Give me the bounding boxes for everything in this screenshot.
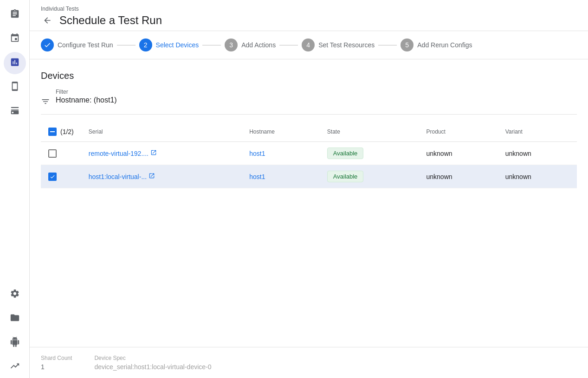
shard-count-value: 1 <box>41 363 72 371</box>
android-icon <box>10 337 20 349</box>
table-cell-variant-2: unknown <box>498 165 577 188</box>
serial-link-2[interactable]: host1:local-virtual-... <box>89 173 234 180</box>
step-5-label: Add Rerun Configs <box>417 41 472 49</box>
hostname-link-2[interactable]: host1 <box>249 173 312 180</box>
step-2-circle: 2 <box>139 38 152 51</box>
table-header-serial: Serial <box>81 122 242 142</box>
sidebar-item-clipboard[interactable] <box>4 4 26 26</box>
sidebar-item-calendar[interactable] <box>4 28 26 50</box>
sidebar-item-android[interactable] <box>4 332 26 354</box>
serial-text-1: remote-virtual-192.... <box>89 150 149 157</box>
settings-icon <box>10 288 20 301</box>
sidebar-item-server[interactable] <box>4 100 26 122</box>
selection-count: (1/2) <box>60 128 74 135</box>
step-connector-2-3 <box>202 45 221 45</box>
device-spec-label: Device Spec <box>94 355 211 361</box>
table-cell-hostname-1: host1 <box>242 142 320 165</box>
step-4-label: Set Test Resources <box>318 41 375 49</box>
table-cell-product-1: unknown <box>419 142 498 165</box>
select-all-checkbox[interactable] <box>48 128 57 136</box>
pulse-icon <box>10 361 20 373</box>
row-1-checkbox[interactable] <box>48 149 57 158</box>
sidebar-item-folder[interactable] <box>4 308 26 330</box>
table-cell-hostname-2: host1 <box>242 165 320 188</box>
filter-label: Filter <box>56 89 577 95</box>
table-header-variant: Variant <box>498 122 577 142</box>
step-3: 3 Add Actions <box>225 38 276 51</box>
clipboard-icon <box>10 9 20 21</box>
page-title: Schedule a Test Run <box>59 14 162 27</box>
table-header-hostname: Hostname <box>242 122 320 142</box>
step-connector-1-2 <box>117 45 136 45</box>
step-connector-3-4 <box>279 45 298 45</box>
step-1-label: Configure Test Run <box>58 41 113 49</box>
step-3-label: Add Actions <box>241 41 276 49</box>
step-connector-4-5 <box>378 45 397 45</box>
step-4: 4 Set Test Resources <box>302 38 375 51</box>
back-button[interactable] <box>41 14 54 27</box>
step-4-circle: 4 <box>302 38 315 51</box>
table-header-state: State <box>320 122 419 142</box>
content-area: Devices Filter Hostname: (host1) <box>30 59 588 347</box>
state-badge-2: Available <box>327 171 364 182</box>
hostname-text-1: host1 <box>249 150 265 157</box>
sidebar-item-settings[interactable] <box>4 283 26 306</box>
table-cell-state-1: Available <box>320 142 419 165</box>
filter-container: Filter Hostname: (host1) <box>41 89 577 115</box>
shard-count-label: Shard Count <box>41 355 72 361</box>
external-link-icon-2 <box>149 173 155 180</box>
footer: Shard Count 1 Device Spec device_serial:… <box>30 347 588 378</box>
sidebar-item-pulse[interactable] <box>4 356 26 378</box>
step-3-circle: 3 <box>225 38 238 51</box>
step-5: 5 Add Rerun Configs <box>401 38 472 51</box>
filter-value[interactable]: Hostname: (host1) <box>56 96 577 104</box>
sidebar-item-device[interactable] <box>4 76 26 98</box>
device-icon <box>10 81 20 94</box>
devices-table: (1/2) Serial Hostname State Product Vari… <box>41 122 577 188</box>
hostname-text-2: host1 <box>249 173 265 180</box>
table-row: host1:local-virtual-... host1 <box>41 165 577 188</box>
serial-link-1[interactable]: remote-virtual-192.... <box>89 149 234 157</box>
table-cell-serial-2: host1:local-virtual-... <box>81 165 242 188</box>
external-link-icon-1 <box>150 149 157 157</box>
step-1: Configure Test Run <box>41 38 113 51</box>
chart-icon <box>10 57 20 70</box>
folder-icon <box>10 313 20 325</box>
step-1-circle <box>41 38 54 51</box>
indeterminate-indicator <box>50 131 55 132</box>
device-spec-field: Device Spec device_serial:host1:local-vi… <box>94 355 211 371</box>
header: Individual Tests Schedule a Test Run <box>30 0 588 31</box>
server-icon <box>10 105 20 118</box>
breadcrumb: Individual Tests <box>41 6 577 12</box>
serial-text-2: host1:local-virtual-... <box>89 173 147 180</box>
devices-section-title: Devices <box>41 70 577 81</box>
step-2-label: Select Devices <box>156 41 199 49</box>
table-cell-product-2: unknown <box>419 165 498 188</box>
table-header-checkbox-col: (1/2) <box>41 122 81 142</box>
sidebar <box>0 0 30 378</box>
calendar-icon <box>10 33 20 45</box>
table-header-product: Product <box>419 122 498 142</box>
table-cell-checkbox-1 <box>41 142 81 165</box>
table-header-row: (1/2) Serial Hostname State Product Vari… <box>41 122 577 142</box>
main-content: Individual Tests Schedule a Test Run Con… <box>30 0 588 378</box>
filter-icon <box>41 97 50 109</box>
stepper: Configure Test Run 2 Select Devices 3 Ad… <box>30 31 588 59</box>
step-2: 2 Select Devices <box>139 38 199 51</box>
sidebar-item-chart[interactable] <box>4 52 26 74</box>
row-2-checkbox[interactable] <box>48 173 57 181</box>
table-cell-variant-1: unknown <box>498 142 577 165</box>
table-cell-checkbox-2 <box>41 165 81 188</box>
hostname-link-1[interactable]: host1 <box>249 150 312 157</box>
table-row: remote-virtual-192.... host1 <box>41 142 577 165</box>
state-badge-1: Available <box>327 147 364 159</box>
step-5-circle: 5 <box>401 38 414 51</box>
table-cell-state-2: Available <box>320 165 419 188</box>
shard-count-field: Shard Count 1 <box>41 355 72 371</box>
table-cell-serial-1: remote-virtual-192.... <box>81 142 242 165</box>
device-spec-value: device_serial:host1:local-virtual-device… <box>94 363 211 371</box>
